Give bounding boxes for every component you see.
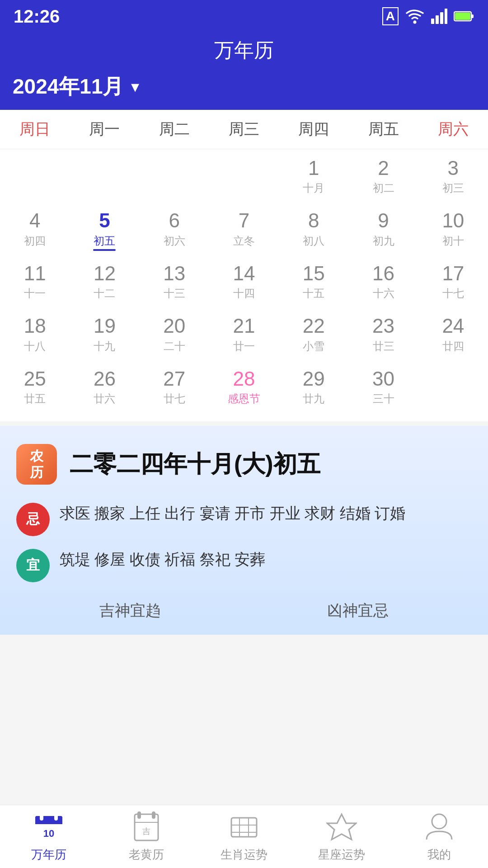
day-cell-12[interactable]: 8初八: [279, 202, 348, 254]
svg-text:吉: 吉: [142, 827, 150, 836]
status-bar: 12:26 A: [0, 0, 488, 33]
input-method-icon: A: [382, 7, 399, 25]
day-num: 18: [24, 315, 46, 337]
info-section: 农 历 二零二四年十月(大)初五 忌 求医 搬家 上任 出行 宴请 开市 开业 …: [0, 426, 488, 635]
nav-item-shengxiao[interactable]: 生肖运势: [208, 811, 280, 863]
day-lunar: 十四: [233, 286, 255, 301]
day-num: 13: [163, 263, 185, 284]
day-cell-24[interactable]: 20二十: [140, 307, 209, 359]
day-lunar: 廿三: [373, 339, 394, 354]
calendar-grid: 1十月2初二3初三4初四5初五6初六7立冬8初八9初九10初十11十一12十二1…: [0, 149, 488, 412]
nav-label-xingzuo: 星座运势: [318, 847, 365, 863]
day-cell-15[interactable]: 11十一: [0, 255, 70, 307]
svg-rect-7: [455, 13, 470, 20]
nav-item-wannianli[interactable]: 10 万年历: [13, 811, 85, 863]
day-cell-17[interactable]: 13十三: [140, 255, 209, 307]
day-cell-30[interactable]: 26廿六: [70, 360, 139, 412]
day-cell-22[interactable]: 18十八: [0, 307, 70, 359]
yi-row: 宜 筑堤 修屋 收债 祈福 祭祀 安葬: [16, 547, 472, 582]
day-lunar: 初九: [373, 234, 394, 248]
day-num: 1: [308, 157, 319, 179]
day-cell-21[interactable]: 17十七: [418, 255, 488, 307]
chevron-down-icon: ▾: [131, 77, 139, 96]
day-lunar: 廿四: [442, 339, 464, 354]
day-lunar: 初四: [24, 234, 46, 248]
day-lunar: 初八: [303, 234, 324, 248]
weekday-saturday: 周六: [418, 114, 488, 144]
nav-label-shengxiao: 生肖运势: [221, 847, 267, 863]
weekday-friday: 周五: [348, 114, 418, 144]
day-cell-18[interactable]: 14十四: [209, 255, 279, 307]
day-lunar: 感恩节: [228, 392, 260, 406]
day-num: 17: [442, 263, 464, 284]
signal-icon: [431, 9, 447, 24]
day-cell-9[interactable]: 5初五: [70, 202, 139, 254]
day-cell-6[interactable]: 2初二: [348, 149, 418, 202]
nav-icon-almanac: 吉: [130, 811, 163, 843]
day-num: 4: [29, 210, 40, 231]
day-num: 25: [24, 368, 46, 390]
day-cell-20[interactable]: 16十六: [348, 255, 418, 307]
day-cell-23[interactable]: 19十九: [70, 307, 139, 359]
battery-icon: [454, 10, 474, 23]
day-num: 28: [233, 368, 255, 390]
weekday-thursday: 周四: [279, 114, 348, 144]
jishen-label: 吉神宜趋: [99, 600, 161, 621]
day-cell-28[interactable]: 24廿四: [418, 307, 488, 359]
nav-item-laohongli[interactable]: 吉 老黄历: [110, 811, 183, 863]
day-cell-14[interactable]: 10初十: [418, 202, 488, 254]
day-cell-34[interactable]: 30三十: [348, 360, 418, 412]
day-num: 7: [239, 210, 249, 231]
day-cell-1: [0, 149, 70, 202]
day-cell-4: [209, 149, 279, 202]
svg-marker-28: [327, 814, 356, 840]
day-cell-2: [70, 149, 139, 202]
day-lunar: 初三: [442, 181, 464, 195]
day-lunar: 十八: [24, 339, 46, 354]
svg-rect-2: [436, 15, 439, 24]
day-lunar: 三十: [373, 392, 394, 406]
day-cell-5[interactable]: 1十月: [279, 149, 348, 202]
nav-item-xingzuo[interactable]: 星座运势: [305, 811, 378, 863]
svg-point-29: [432, 814, 446, 829]
day-num: 12: [94, 263, 116, 284]
svg-point-0: [413, 21, 417, 24]
calendar-section: 周日 周一 周二 周三 周四 周五 周六 1十月2初二3初三4初四5初五6初六7…: [0, 110, 488, 421]
day-cell-16[interactable]: 12十二: [70, 255, 139, 307]
nav-item-profile[interactable]: 我的: [403, 811, 475, 863]
weekday-tuesday: 周二: [140, 114, 209, 144]
day-num: 10: [442, 210, 464, 231]
ji-text: 求医 搬家 上任 出行 宴请 开市 开业 求财 结婚 订婚: [60, 501, 472, 525]
day-num: 29: [303, 368, 325, 390]
day-lunar: 初六: [164, 234, 185, 248]
weekday-header: 周日 周一 周二 周三 周四 周五 周六: [0, 110, 488, 149]
day-lunar: 十三: [164, 286, 185, 301]
day-cell-32[interactable]: 28感恩节: [209, 360, 279, 412]
day-cell-25[interactable]: 21廿一: [209, 307, 279, 359]
day-cell-26[interactable]: 22小雪: [279, 307, 348, 359]
day-cell-13[interactable]: 9初九: [348, 202, 418, 254]
day-cell-10[interactable]: 6初六: [140, 202, 209, 254]
luck-row: 吉神宜趋 凶神宜忌: [16, 593, 472, 621]
svg-rect-3: [440, 12, 443, 24]
day-cell-33[interactable]: 29廿九: [279, 360, 348, 412]
day-cell-7[interactable]: 3初三: [418, 149, 488, 202]
bottom-nav: 10 万年历 吉 老黄历 生肖运势: [0, 805, 488, 868]
day-num: 8: [308, 210, 319, 231]
day-cell-8[interactable]: 4初四: [0, 202, 70, 254]
day-cell-11[interactable]: 7立冬: [209, 202, 279, 254]
day-num: 3: [448, 157, 459, 179]
nongli-badge: 农 历: [16, 444, 57, 485]
day-cell-19[interactable]: 15十五: [279, 255, 348, 307]
day-lunar: 初五: [94, 234, 115, 248]
day-num: 24: [442, 315, 464, 337]
day-lunar: 十一: [24, 286, 46, 301]
day-cell-29[interactable]: 25廿五: [0, 360, 70, 412]
day-lunar: 二十: [164, 339, 185, 354]
day-num: 11: [24, 263, 46, 284]
day-cell-27[interactable]: 23廿三: [348, 307, 418, 359]
day-lunar: 十五: [303, 286, 324, 301]
day-cell-31[interactable]: 27廿七: [140, 360, 209, 412]
status-time: 12:26: [14, 6, 60, 27]
month-selector[interactable]: 2024年11月 ▾: [0, 66, 488, 110]
